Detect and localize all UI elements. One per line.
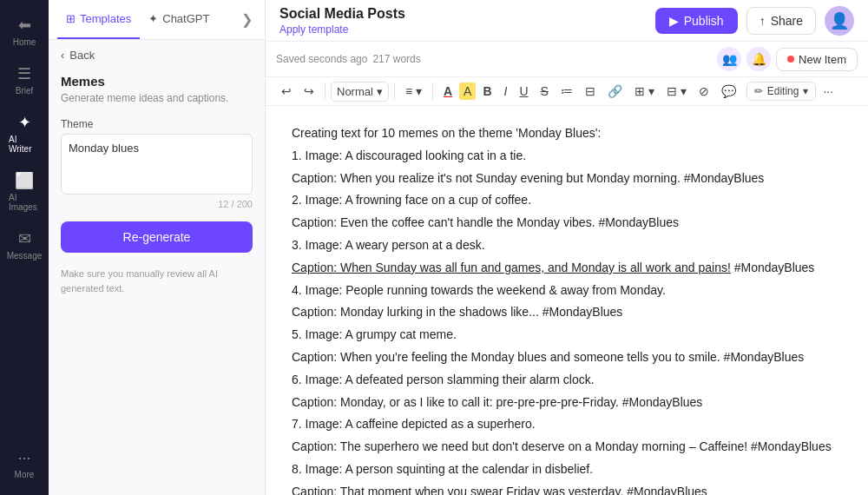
content-line: 7. Image: A caffeine depicted as a super… [292,414,842,435]
editor-header: Saved seconds ago 217 words 👥 🔔 New Item [266,42,868,77]
template-panel: ⊞ Templates ✦ ChatGPT ❯ ‹ Back Memes Gen… [49,0,266,495]
top-header: Social Media Posts Apply template ▶ Publ… [266,0,868,42]
underline-button[interactable]: U [514,81,533,102]
content-line: Creating text for 10 memes on the theme … [292,123,842,144]
theme-input[interactable]: Monday blues [61,134,253,195]
char-count: 12 / 200 [49,197,265,216]
collab-icon-2: 🔔 [746,47,771,71]
section-desc: Generate meme ideas and captions. [49,90,265,113]
ai-writer-icon: ✦ [18,113,31,132]
theme-label: Theme [49,113,265,134]
content-line: Caption: The superhero we need but don't… [292,437,842,458]
content-line: 8. Image: A person squinting at the cale… [292,459,842,480]
comment-button[interactable]: 💬 [716,81,741,102]
back-icon: ‹ [61,49,64,62]
regenerate-button[interactable]: Re-generate [61,221,253,253]
sidebar-item-message[interactable]: ✉ Message [3,222,45,267]
section-title: Memes [49,70,265,90]
content-line: 3. Image: A weary person at a desk. [292,235,842,256]
brief-icon: ☰ [17,64,31,83]
sidebar-item-ai-writer[interactable]: ✦ AI Writer [3,106,45,161]
collab-icon-1: 👥 [717,47,741,71]
redo-button[interactable]: ↪ [299,81,319,102]
avatar[interactable]: 👤 [825,6,854,36]
toolbar-separator-1 [325,82,326,100]
ai-note: Make sure you manually review all AI gen… [49,258,265,304]
italic-button[interactable]: I [499,81,513,102]
table-button[interactable]: ⊟ ▾ [661,81,692,102]
publish-icon: ▶ [669,14,679,28]
word-count: 217 words [372,53,420,65]
format-style-select[interactable]: Normal ▾ [331,82,389,102]
align-button[interactable]: ≡ ▾ [400,81,427,102]
highlight-button[interactable]: A [459,82,476,100]
home-icon: ⬅ [18,16,31,35]
chevron-down-icon: ▾ [377,85,383,98]
undo-button[interactable]: ↩ [276,81,297,102]
toolbar-separator-3 [432,82,433,100]
share-button[interactable]: ↑ Share [746,7,816,35]
toolbar-separator-2 [394,82,395,100]
ai-images-icon: ⬜ [15,171,34,190]
pencil-icon: ✏ [754,85,763,97]
main-area: Social Media Posts Apply template ▶ Publ… [266,0,868,495]
tab-chatgpt[interactable]: ✦ ChatGPT [140,0,218,39]
editing-chevron-icon: ▾ [803,85,808,97]
numbered-list-button[interactable]: ⊟ [580,81,601,102]
more-icon: ··· [17,449,30,467]
content-line: 2. Image: A frowning face on a cup of co… [292,190,842,211]
bullet-list-button[interactable]: ≔ [556,81,578,102]
doc-title: Social Media Posts [279,6,405,22]
panel-tabs: ⊞ Templates ✦ ChatGPT ❯ [49,0,265,40]
share-icon: ↑ [760,14,766,28]
panel-collapse-button[interactable]: ❯ [238,8,256,31]
bold-button[interactable]: B [477,81,496,102]
sidebar-item-ai-images[interactable]: ⬜ AI Images [3,164,45,219]
content-line: Caption: When Sunday was all fun and gam… [292,258,842,279]
strikethrough-button[interactable]: S [536,81,554,102]
content-line: Caption: Monday lurking in the shadows l… [292,302,842,323]
save-status: Saved seconds ago [276,53,367,65]
editor-content[interactable]: Creating text for 10 memes on the theme … [266,106,868,495]
apply-template-link[interactable]: Apply template [279,23,405,36]
font-color-button[interactable]: A [438,81,457,102]
new-item-button[interactable]: New Item [776,48,858,71]
image-button[interactable]: ⊞ ▾ [629,81,660,102]
content-line: Caption: When you're feeling the Monday … [292,347,842,368]
content-line: Caption: Monday, or as I like to call it… [292,393,842,413]
new-item-indicator [787,56,794,63]
link-button[interactable]: 🔗 [602,81,628,102]
tab-templates[interactable]: ⊞ Templates [57,0,140,39]
chatgpt-icon: ✦ [148,12,158,25]
content-line: 4. Image: People running towards the wee… [292,280,842,301]
format-toolbar: ↩ ↪ Normal ▾ ≡ ▾ A A B I U S ≔ ⊟ 🔗 ⊞ ▾ ⊟… [266,77,868,106]
sidebar-item-home[interactable]: ⬅ Home [3,9,45,54]
templates-icon: ⊞ [66,12,76,25]
content-line: Caption: That moment when you swear Frid… [292,482,842,495]
message-icon: ✉ [18,229,31,248]
sidebar-item-brief[interactable]: ☰ Brief [3,57,45,102]
content-line: 1. Image: A discouraged looking cat in a… [292,146,842,167]
clear-format-button[interactable]: ⊘ [694,81,714,102]
content-line: Caption: Even the coffee can't handle th… [292,213,842,234]
more-options-button[interactable]: ··· [818,81,838,102]
back-button[interactable]: ‹ Back [49,40,265,70]
content-line: Caption: When you realize it's not Sunda… [292,168,842,189]
content-line: 6. Image: A defeated person slamming the… [292,370,842,391]
editing-badge[interactable]: ✏ Editing ▾ [746,82,817,101]
sidebar: ⬅ Home ☰ Brief ✦ AI Writer ⬜ AI Images ✉… [0,0,49,495]
content-line: 5. Image: A grumpy cat meme. [292,325,842,346]
sidebar-item-more[interactable]: ··· More [3,442,45,486]
publish-button[interactable]: ▶ Publish [655,8,738,34]
